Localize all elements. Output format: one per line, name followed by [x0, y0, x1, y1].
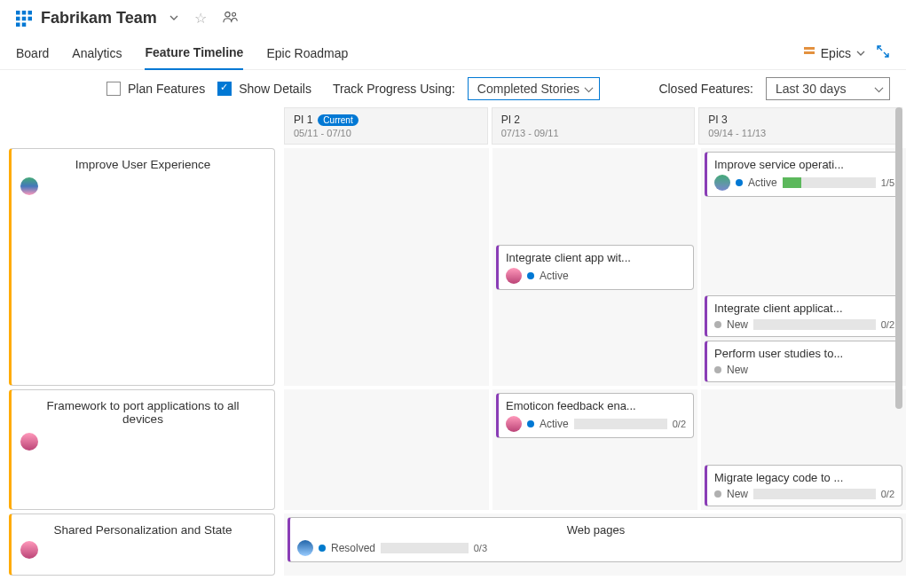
timeline-lane: Web pages Resolved 0/3: [284, 514, 906, 576]
column-name: PI 2: [501, 114, 520, 126]
svg-rect-6: [16, 22, 20, 27]
epic-card[interactable]: Shared Personalization and State: [9, 514, 275, 576]
avatar: [714, 175, 730, 191]
current-badge: Current: [318, 114, 358, 126]
team-name[interactable]: Fabrikam Team: [41, 9, 157, 27]
card-state: Active: [540, 270, 569, 282]
feature-card[interactable]: Perform user studies to... New: [705, 341, 902, 382]
timeline-lane: [284, 389, 489, 510]
svg-rect-3: [16, 16, 20, 20]
progress-text: 0/2: [673, 419, 686, 429]
feature-card[interactable]: Improve service operati... Active 1/5: [705, 152, 902, 197]
vertical-scrollbar[interactable]: [895, 107, 902, 580]
epic-card[interactable]: Improve User Experience: [9, 148, 275, 386]
avatar: [20, 541, 38, 559]
plan-features-label: Plan Features: [128, 82, 205, 96]
epic-row: Framework to port applications to all de…: [9, 389, 906, 510]
progress-bar: [753, 489, 876, 499]
epic-title: Framework to port applications to all de…: [20, 399, 265, 426]
avatar: [20, 177, 38, 195]
epic-card[interactable]: Framework to port applications to all de…: [9, 389, 275, 510]
column-header[interactable]: PI 3 09/14 - 11/13: [698, 107, 902, 145]
svg-point-8: [225, 12, 229, 17]
column-header[interactable]: PI 2 07/13 - 09/11: [492, 107, 696, 145]
star-icon[interactable]: ☆: [191, 10, 210, 27]
avatar: [506, 416, 522, 432]
feature-card[interactable]: Integrate client applicat... New 0/2: [705, 295, 902, 337]
card-state: New: [727, 364, 748, 376]
show-details-label: Show Details: [239, 82, 311, 96]
feature-card[interactable]: Emoticon feedback ena... Active 0/2: [496, 393, 694, 438]
track-progress-label: Track Progress Using:: [333, 82, 455, 96]
progress-bar: [381, 543, 469, 553]
page-header: Fabrikam Team ☆: [0, 0, 906, 36]
epics-dropdown[interactable]: Epics: [803, 45, 865, 60]
card-state: Active: [540, 418, 569, 430]
progress-text: 0/2: [881, 319, 894, 330]
svg-rect-1: [22, 11, 27, 15]
svg-rect-11: [804, 51, 815, 54]
card-title: Integrate client app wit...: [506, 251, 686, 264]
svg-rect-2: [28, 11, 33, 15]
track-progress-select[interactable]: Completed Stories: [468, 77, 600, 100]
tab-feature-timeline[interactable]: Feature Timeline: [145, 36, 243, 70]
column-headers: PI 1 Current 05/11 - 07/10 PI 2 07/13 - …: [284, 107, 906, 145]
scrollbar-thumb[interactable]: [895, 107, 902, 409]
avatar: [506, 268, 522, 284]
timeline-board: PI 1 Current 05/11 - 07/10 PI 2 07/13 - …: [0, 107, 906, 580]
card-state: Resolved: [331, 542, 375, 554]
svg-rect-0: [16, 11, 20, 15]
feature-card[interactable]: Web pages Resolved 0/3: [288, 517, 902, 562]
column-name: PI 3: [708, 114, 727, 126]
svg-rect-10: [804, 47, 815, 50]
progress-bar: [753, 319, 876, 330]
epic-row: Shared Personalization and State Web pag…: [9, 514, 906, 576]
tab-board[interactable]: Board: [16, 37, 49, 69]
tab-epic-roadmap[interactable]: Epic Roadmap: [266, 37, 348, 69]
card-title: Migrate legacy code to ...: [714, 471, 894, 484]
progress-text: 0/2: [881, 489, 894, 499]
fullscreen-icon[interactable]: [876, 44, 890, 62]
state-dot-icon: [527, 272, 534, 279]
svg-rect-7: [22, 22, 27, 27]
epic-row: Improve User Experience Integrate client…: [9, 148, 906, 386]
timeline-lane: Migrate legacy code to ... New 0/2: [701, 389, 906, 510]
state-dot-icon: [714, 321, 721, 328]
feature-card[interactable]: Migrate legacy code to ... New 0/2: [705, 465, 902, 506]
epics-label: Epics: [821, 46, 851, 60]
state-dot-icon: [527, 420, 534, 427]
card-title: Emoticon feedback ena...: [506, 399, 686, 412]
chevron-down-icon[interactable]: [166, 13, 182, 24]
column-dates: 09/14 - 11/13: [708, 128, 893, 138]
state-dot-icon: [714, 366, 721, 373]
tab-analytics[interactable]: Analytics: [72, 37, 122, 69]
column-header[interactable]: PI 1 Current 05/11 - 07/10: [284, 107, 488, 145]
tab-bar: Board Analytics Feature Timeline Epic Ro…: [0, 36, 906, 70]
show-details-checkbox[interactable]: [217, 82, 232, 96]
card-state: Active: [748, 176, 777, 189]
people-icon[interactable]: [219, 10, 242, 27]
state-dot-icon: [714, 490, 721, 498]
progress-bar: [783, 177, 876, 188]
svg-rect-5: [28, 16, 33, 20]
closed-features-select[interactable]: Last 30 days: [766, 77, 890, 100]
plan-features-checkbox[interactable]: [106, 82, 121, 96]
filter-bar: Plan Features Show Details Track Progres…: [0, 70, 906, 107]
avatar: [297, 540, 313, 556]
progress-text: 0/3: [474, 543, 487, 553]
progress-text: 1/5: [881, 177, 894, 188]
avatar: [20, 433, 38, 451]
closed-features-label: Closed Features:: [658, 82, 753, 96]
state-dot-icon: [736, 179, 743, 186]
feature-card[interactable]: Integrate client app wit... Active: [496, 245, 694, 290]
svg-point-9: [232, 12, 235, 16]
card-title: Integrate client applicat...: [714, 302, 894, 315]
state-dot-icon: [319, 545, 326, 552]
card-state: New: [727, 488, 748, 500]
timeline-lane: Improve service operati... Active 1/5 In…: [701, 148, 906, 386]
column-name: PI 1: [294, 114, 312, 126]
column-dates: 07/13 - 09/11: [501, 128, 686, 138]
card-state: New: [727, 318, 748, 331]
backlog-icon: [16, 11, 32, 27]
timeline-lane: [284, 148, 489, 386]
